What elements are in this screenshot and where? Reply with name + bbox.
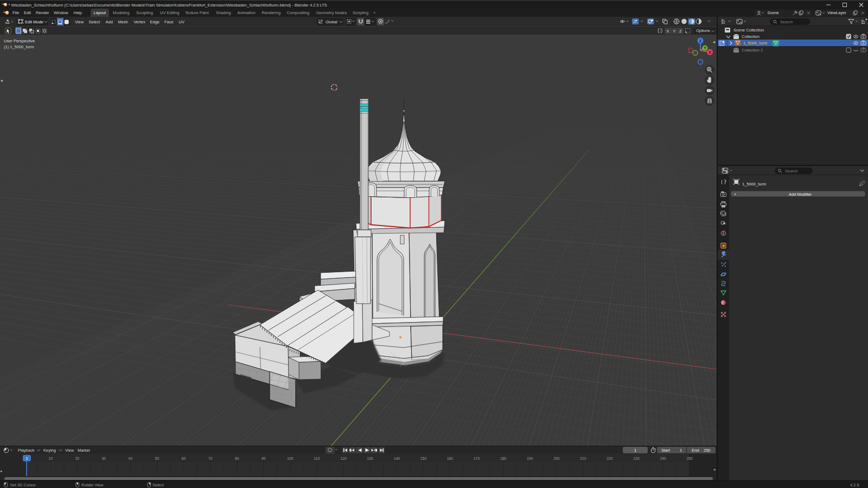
svg-text:250: 250	[687, 457, 693, 460]
svg-text:150: 150	[420, 457, 427, 460]
svg-text:80: 80	[235, 457, 239, 460]
svg-text:170: 170	[474, 457, 480, 460]
svg-text:230: 230	[633, 457, 640, 460]
svg-text:180: 180	[500, 457, 507, 460]
svg-text:190: 190	[527, 457, 533, 460]
svg-text:140: 140	[394, 457, 400, 460]
svg-text:50: 50	[155, 457, 159, 460]
svg-text:60: 60	[182, 457, 186, 460]
svg-text:40: 40	[129, 457, 133, 460]
svg-text:70: 70	[208, 457, 213, 460]
svg-text:▸: ▸	[1, 78, 3, 83]
svg-text:200: 200	[553, 457, 560, 460]
svg-text:20: 20	[75, 457, 80, 460]
svg-text:▸: ▸	[1, 469, 3, 473]
svg-text:◂: ◂	[713, 467, 716, 471]
svg-text:130: 130	[367, 457, 374, 460]
svg-text:Z: Z	[699, 39, 702, 43]
svg-text:◂: ◂	[713, 40, 715, 44]
svg-text:120: 120	[340, 457, 347, 460]
svg-text:110: 110	[314, 457, 320, 460]
svg-text:100: 100	[287, 457, 293, 460]
svg-text:10: 10	[48, 457, 53, 460]
svg-text:220: 220	[607, 457, 613, 460]
svg-text:90: 90	[261, 457, 266, 460]
svg-text:160: 160	[447, 457, 454, 460]
svg-text:210: 210	[580, 457, 586, 460]
svg-text:1: 1	[25, 456, 28, 461]
svg-text:240: 240	[660, 457, 666, 460]
svg-text:Y: Y	[704, 46, 706, 50]
svg-text:X: X	[709, 50, 711, 54]
svg-text:30: 30	[102, 457, 106, 460]
